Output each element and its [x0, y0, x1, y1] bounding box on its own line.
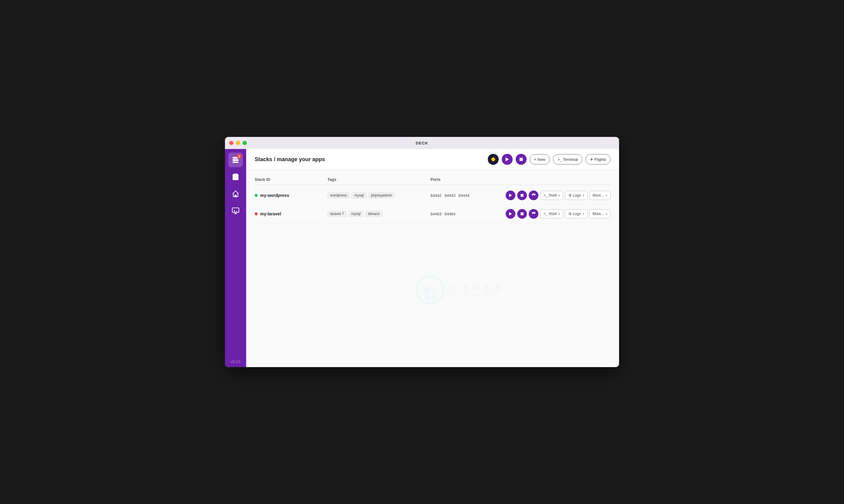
logs-label: ⚙ Logs	[568, 212, 581, 216]
col-tags: Tags	[327, 177, 430, 182]
sidebar-item-home[interactable]	[228, 186, 243, 201]
header-actions: + New >_ Terminal ✈ Flights	[488, 154, 610, 165]
stacks-content: Stack ID Tags Ports my-wordpress wordpre…	[246, 170, 619, 367]
svg-rect-2	[232, 161, 239, 163]
ports-and-actions: 64463 64464	[430, 209, 610, 219]
minimize-button[interactable]	[236, 141, 240, 145]
terminal-button[interactable]: >_ Terminal	[553, 154, 582, 164]
tag-laravel: laravel 7	[327, 211, 346, 217]
sidebar-item-remote[interactable]	[228, 203, 243, 218]
terminal-button-label: >_ Terminal	[557, 157, 578, 162]
sidebar-item-stacks[interactable]: 2	[228, 152, 243, 167]
more-label: More...	[593, 212, 604, 216]
svg-marker-10	[505, 157, 509, 161]
port-3: 64444	[459, 193, 469, 198]
more-label: More...	[593, 193, 604, 197]
row-more-button[interactable]: More... ▾	[589, 209, 610, 218]
app-body: 2	[225, 149, 619, 367]
new-button-label: + New	[534, 157, 545, 162]
flights-button[interactable]: ✈ Flights	[585, 154, 610, 164]
shell-dropdown-arrow: ▾	[558, 194, 560, 197]
row-more-button[interactable]: More... ▾	[589, 191, 610, 200]
flights-button-label: ✈ Flights	[590, 157, 606, 162]
stack-name: my-laravel	[260, 211, 281, 216]
shell-dropdown-arrow: ▾	[558, 212, 560, 216]
settings-button[interactable]	[488, 154, 499, 165]
notification-badge: 2	[237, 154, 242, 159]
svg-marker-14	[509, 212, 512, 216]
logs-dropdown-arrow: ▾	[583, 194, 584, 197]
tags-cell: wordpress mysql phpmyadmin	[327, 192, 430, 198]
shell-label: >_ Shell	[544, 193, 557, 197]
version-label: v2.1.0	[231, 360, 240, 363]
tag-mysql: mysql	[351, 192, 366, 198]
stop-button[interactable]	[516, 154, 527, 165]
table-row: my-wordpress wordpress mysql phpmyadmin …	[255, 186, 610, 205]
tag-bitnami: bitnami	[365, 211, 383, 217]
sidebar-item-store[interactable]	[228, 169, 243, 184]
more-dropdown-arrow: ▾	[606, 212, 607, 216]
logs-dropdown-arrow: ▾	[583, 212, 584, 216]
app-window: DECK 2	[225, 137, 619, 367]
row-play-button[interactable]	[506, 191, 515, 200]
svg-rect-13	[520, 194, 523, 197]
port-1: 64442	[430, 193, 442, 198]
main-content: Stacks / manage your apps	[246, 149, 619, 367]
svg-point-16	[416, 276, 444, 304]
table-header: Stack ID Tags Ports	[255, 177, 610, 185]
window-title: DECK	[416, 141, 428, 145]
row-restart-button[interactable]	[529, 191, 538, 200]
header: Stacks / manage your apps	[246, 149, 619, 170]
ports-and-actions: 64442 64443 64444	[430, 191, 610, 200]
maximize-button[interactable]	[243, 141, 247, 145]
col-ports: Ports	[430, 177, 610, 182]
stack-name: my-wordpress	[260, 193, 289, 198]
row-stop-button[interactable]	[517, 209, 527, 219]
row-shell-button[interactable]: >_ Shell ▾	[540, 191, 564, 200]
tags-cell: laravel 7 mysql bitnami	[327, 211, 430, 217]
port-2: 64443	[444, 193, 455, 198]
stack-id-cell: my-wordpress	[255, 193, 327, 198]
svg-rect-15	[520, 212, 523, 215]
breadcrumb: Stacks / manage your apps	[255, 156, 325, 163]
svg-marker-12	[509, 194, 512, 197]
stack-id-cell: my-laravel	[255, 211, 327, 216]
new-button[interactable]: + New	[530, 154, 550, 164]
play-button[interactable]	[502, 154, 513, 165]
tag-mysql: mysql	[348, 211, 363, 217]
tag-wordpress: wordpress	[327, 192, 349, 198]
svg-rect-5	[232, 208, 239, 212]
shell-label: >_ Shell	[544, 212, 557, 216]
traffic-lights	[229, 141, 247, 145]
logs-label: ⚙ Logs	[568, 193, 581, 197]
close-button[interactable]	[229, 141, 234, 145]
more-dropdown-arrow: ▾	[606, 194, 607, 197]
col-stack-id: Stack ID	[255, 177, 327, 182]
sidebar: 2	[225, 149, 246, 367]
svg-point-17	[425, 295, 436, 300]
row-play-button[interactable]	[506, 209, 515, 219]
ports: 64463 64464	[430, 212, 455, 216]
row-stop-button[interactable]	[517, 191, 527, 200]
port-2: 64464	[444, 212, 455, 216]
status-dot-red	[255, 212, 258, 215]
titlebar: DECK	[225, 137, 619, 149]
row-actions: >_ Shell ▾ ⚙ Logs ▾ More... ▾	[506, 209, 610, 219]
tag-phpmyadmin: phpmyadmin	[368, 192, 395, 198]
row-restart-button[interactable]	[529, 209, 538, 219]
row-logs-button[interactable]: ⚙ Logs ▾	[565, 209, 587, 218]
svg-rect-1	[232, 159, 239, 161]
watermark-text: 小 牛 知 识 库 XIAO NIU ZHI SHI KU	[450, 283, 503, 297]
watermark: 小 牛 知 识 库 XIAO NIU ZHI SHI KU	[415, 275, 503, 305]
row-shell-button[interactable]: >_ Shell ▾	[540, 209, 564, 218]
port-1: 64463	[430, 212, 442, 216]
status-dot-green	[255, 194, 258, 197]
row-actions: >_ Shell ▾ ⚙ Logs ▾ More... ▾	[506, 191, 610, 200]
table-row: my-laravel laravel 7 mysql bitnami 64463…	[255, 205, 610, 223]
row-logs-button[interactable]: ⚙ Logs ▾	[565, 191, 587, 200]
ports: 64442 64443 64444	[430, 193, 469, 198]
svg-rect-11	[519, 158, 523, 161]
